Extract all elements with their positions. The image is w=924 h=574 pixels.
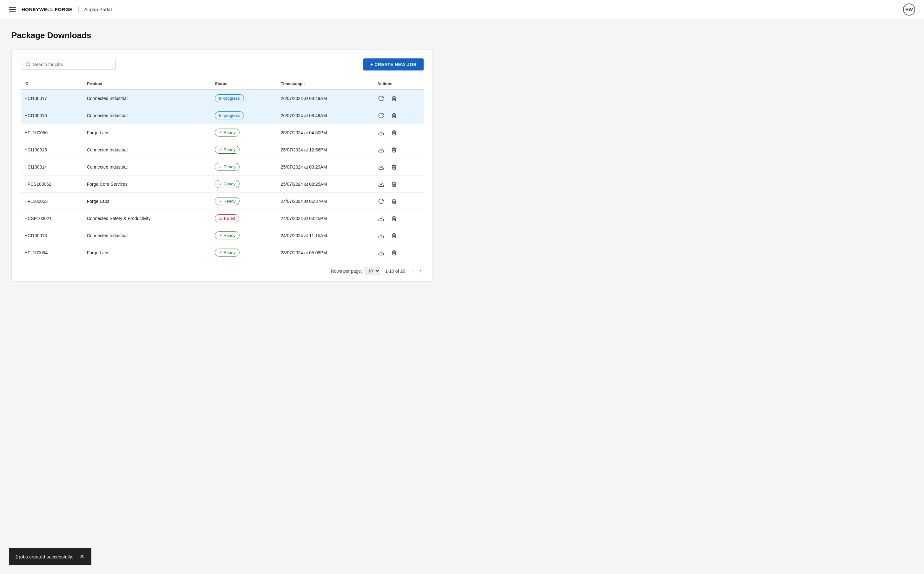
refresh-button[interactable] <box>377 95 385 102</box>
table-row: HFCS100062Forge Core Services✓ Ready25/0… <box>20 175 424 193</box>
cell-actions <box>374 175 424 193</box>
menu-toggle[interactable] <box>9 7 16 12</box>
status-badge: ✓ Ready <box>215 232 240 240</box>
table-row: HCI100013Connected Industrial✓ Ready24/0… <box>20 227 424 244</box>
page-nav: ‹ › <box>410 267 424 275</box>
toolbar: + CREATE NEW JOB <box>20 58 424 71</box>
status-badge: In-progress <box>215 94 244 102</box>
cell-timestamp: 25/07/2024 at 08:25AM <box>277 175 374 193</box>
col-status: Status <box>211 78 277 90</box>
refresh-button[interactable] <box>377 197 385 205</box>
col-timestamp[interactable]: Timestamp ↑ <box>277 78 374 90</box>
col-actions: Actions <box>374 78 424 90</box>
delete-button[interactable] <box>391 180 398 188</box>
cell-id: HCI100014 <box>20 158 83 175</box>
cell-actions <box>374 244 424 261</box>
cell-product: Connected Industrial <box>83 158 211 175</box>
delete-button[interactable] <box>391 146 398 154</box>
delete-button[interactable] <box>391 249 398 257</box>
cell-id: HFCS100062 <box>20 175 83 193</box>
main-content: Package Downloads + CREATE NEW JOB ID Pr… <box>0 19 444 293</box>
app-header: HONEYWELL FORGE Airgap Portal HW <box>0 0 924 19</box>
cell-id: HCI100016 <box>20 107 83 124</box>
download-button[interactable] <box>377 232 385 240</box>
table-row: HFL100055Forge Labs✓ Ready24/07/2024 at … <box>20 193 424 210</box>
cell-id: HFL100055 <box>20 193 83 210</box>
cell-status: ✓ Ready <box>211 124 277 141</box>
status-badge: In-progress <box>215 112 244 119</box>
cell-id: HCI100017 <box>20 90 83 107</box>
cell-timestamp: 24/07/2024 at 06:37PM <box>277 193 374 210</box>
cell-status: ✓ Ready <box>211 141 277 158</box>
cell-id: HCI100013 <box>20 227 83 244</box>
delete-button[interactable] <box>391 197 398 205</box>
cell-actions <box>374 193 424 210</box>
jobs-table: ID Product Status Timestamp ↑ Actions HC… <box>20 78 424 261</box>
cell-status: In-progress <box>211 90 277 107</box>
download-button[interactable] <box>377 129 385 137</box>
cell-status: In-progress <box>211 107 277 124</box>
portal-name: Airgap Portal <box>85 7 112 12</box>
delete-button[interactable] <box>391 95 398 102</box>
col-id: ID <box>20 78 83 90</box>
col-product: Product <box>83 78 211 90</box>
svg-line-1 <box>29 65 30 66</box>
cell-product: Connected Safety & Productivity <box>83 210 211 227</box>
cell-actions <box>374 141 424 158</box>
status-badge: ✓ Ready <box>215 129 240 137</box>
snackbar-close-button[interactable]: ✕ <box>79 553 85 560</box>
cell-product: Connected Industrial <box>83 141 211 158</box>
cell-id: HCSP100021 <box>20 210 83 227</box>
prev-page-button[interactable]: ‹ <box>410 267 416 275</box>
cell-timestamp: 25/07/2024 at 12:56PM <box>277 141 374 158</box>
table-row: HCSP100021Connected Safety & Productivit… <box>20 210 424 227</box>
search-input[interactable] <box>33 62 111 67</box>
status-badge: ⚠ Failed <box>215 214 239 222</box>
rows-per-page-control: Rows per page: 10 25 50 <box>331 267 380 275</box>
status-badge: ✓ Ready <box>215 249 240 257</box>
delete-button[interactable] <box>391 112 398 119</box>
delete-button[interactable] <box>391 129 398 137</box>
cell-status: ✓ Ready <box>211 175 277 193</box>
content-card: + CREATE NEW JOB ID Product Status Times… <box>11 49 433 282</box>
rows-per-page-select[interactable]: 10 25 50 <box>365 267 380 275</box>
cell-product: Forge Core Services <box>83 175 211 193</box>
cell-timestamp: 24/07/2024 at 03:25PM <box>277 210 374 227</box>
avatar[interactable]: HW <box>903 3 915 16</box>
cell-product: Forge Labs <box>83 124 211 141</box>
cell-actions <box>374 158 424 175</box>
cell-timestamp: 23/07/2024 at 05:09PM <box>277 244 374 261</box>
cell-status: ✓ Ready <box>211 193 277 210</box>
table-row: HFL100056Forge Labs✓ Ready25/07/2024 at … <box>20 124 424 141</box>
cell-status: ✓ Ready <box>211 244 277 261</box>
cell-actions <box>374 124 424 141</box>
cell-timestamp: 26/07/2024 at 08:49AM <box>277 107 374 124</box>
cell-actions <box>374 90 424 107</box>
download-button[interactable] <box>377 146 385 154</box>
cell-product: Connected Industrial <box>83 107 211 124</box>
page-title: Package Downloads <box>11 30 433 40</box>
download-button[interactable] <box>377 214 385 222</box>
cell-status: ✓ Ready <box>211 227 277 244</box>
search-box[interactable] <box>20 59 116 70</box>
download-button[interactable] <box>377 163 385 171</box>
pagination: Rows per page: 10 25 50 1-10 of 26 ‹ › <box>20 267 424 275</box>
delete-button[interactable] <box>391 214 398 222</box>
next-page-button[interactable]: › <box>418 267 424 275</box>
create-new-job-button[interactable]: + CREATE NEW JOB <box>363 58 424 71</box>
header-left: HONEYWELL FORGE Airgap Portal <box>9 6 112 13</box>
download-button[interactable] <box>377 249 385 257</box>
refresh-button[interactable] <box>377 112 385 119</box>
delete-button[interactable] <box>391 163 398 171</box>
cell-actions <box>374 210 424 227</box>
cell-product: Connected Industrial <box>83 90 211 107</box>
download-button[interactable] <box>377 180 385 188</box>
cell-id: HFL100054 <box>20 244 83 261</box>
cell-id: HFL100056 <box>20 124 83 141</box>
snackbar: 2 jobs created successfully. ✕ <box>9 548 91 565</box>
status-badge: ✓ Ready <box>215 146 240 154</box>
delete-button[interactable] <box>391 232 398 240</box>
cell-actions <box>374 107 424 124</box>
cell-actions <box>374 227 424 244</box>
table-row: HCI100014Connected Industrial✓ Ready25/0… <box>20 158 424 175</box>
